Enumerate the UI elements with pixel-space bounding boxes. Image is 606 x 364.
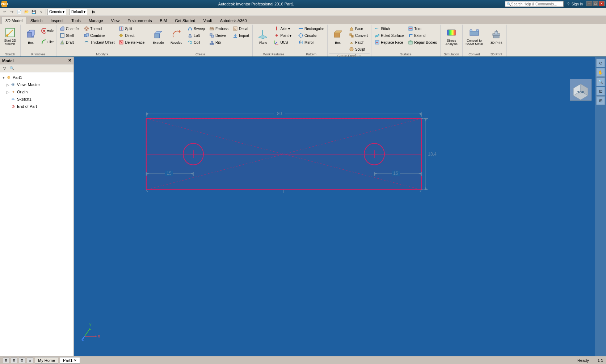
combine-btn[interactable]: Combine xyxy=(82,32,116,39)
replace-face-btn[interactable]: Replace Face xyxy=(373,39,405,46)
restore-button[interactable]: □ xyxy=(593,1,598,6)
orbit-btn[interactable]: ⊙ xyxy=(596,59,605,67)
tab-part1[interactable]: Part1 ✕ xyxy=(60,357,80,364)
generic-dropdown[interactable]: Generic ▾ xyxy=(47,9,66,15)
search-input[interactable] xyxy=(511,2,562,6)
extend-icon xyxy=(408,33,413,38)
canvas-area[interactable]: 80 18.4 15 15 xyxy=(74,57,606,356)
qat-save-btn[interactable]: 💾 xyxy=(30,9,37,15)
plane-btn[interactable]: Plane xyxy=(254,25,272,48)
face-btn[interactable]: Face xyxy=(347,25,370,32)
repair-bodies-btn[interactable]: Repair Bodies xyxy=(406,39,439,46)
tab-a360[interactable]: Autodesk A360 xyxy=(216,17,251,24)
default-dropdown[interactable]: Default ▾ xyxy=(70,9,87,15)
split-btn[interactable]: Split xyxy=(117,25,146,32)
model-panel-close[interactable]: ✕ xyxy=(68,58,71,63)
close-button[interactable]: ✕ xyxy=(599,1,605,6)
svg-point-61 xyxy=(350,47,353,51)
extend-btn[interactable]: Extend xyxy=(406,32,439,39)
stress-analysis-btn[interactable]: Stress Analysis xyxy=(442,25,461,48)
mirror-btn[interactable]: Mirror xyxy=(296,39,326,46)
extrude-btn[interactable]: Extrude xyxy=(150,25,167,48)
tab-my-home[interactable]: My Home xyxy=(35,357,58,364)
derive-btn[interactable]: Derive xyxy=(207,32,230,39)
revolve-btn[interactable]: Revolve xyxy=(168,25,185,48)
freeform-convert-btn[interactable]: Convert xyxy=(347,32,370,39)
tree-item-sketch1[interactable]: ✏ Sketch1 xyxy=(0,96,73,103)
axis-btn[interactable]: Axis ▾ xyxy=(272,25,293,32)
ucs-btn[interactable]: UCS xyxy=(272,39,293,46)
sign-in-btn[interactable]: Sign In xyxy=(572,2,583,6)
tab-sketch[interactable]: Sketch xyxy=(26,17,47,24)
hole-btn[interactable]: Hole xyxy=(40,25,55,36)
chamfer-btn[interactable]: Chamfer xyxy=(58,25,81,32)
zoom-all-btn[interactable]: ⊞ xyxy=(596,96,605,105)
patch-btn[interactable]: Patch xyxy=(347,39,370,46)
zoom-window-btn[interactable]: ⊡ xyxy=(596,87,605,96)
thicken-btn[interactable]: Thicken/ Offset xyxy=(82,39,116,46)
formula-btn[interactable]: f× xyxy=(91,9,97,15)
import-btn[interactable]: Import xyxy=(231,32,251,39)
point-btn[interactable]: Point ▾ xyxy=(272,32,293,39)
delete-face-btn[interactable]: Delete Face xyxy=(117,39,146,46)
tab-bim[interactable]: BIM xyxy=(156,17,171,24)
tab-environments[interactable]: Environments xyxy=(123,17,156,24)
stitch-btn[interactable]: Stitch xyxy=(373,25,405,32)
qat-new-btn[interactable]: 📄 xyxy=(16,9,22,15)
search-bar[interactable]: 🔍 xyxy=(505,1,564,7)
decal-btn[interactable]: D Decal xyxy=(231,25,251,32)
pan-btn[interactable]: ✋ xyxy=(596,68,605,77)
tab-vault[interactable]: Vault xyxy=(199,17,216,24)
ruled-surface-btn[interactable]: Ruled Surface xyxy=(373,32,405,39)
svg-rect-32 xyxy=(211,41,212,44)
freeform-box-btn[interactable]: Box xyxy=(329,25,346,48)
view-mode-btn-1[interactable]: ⊞ xyxy=(3,357,9,363)
trim-btn[interactable]: Trim xyxy=(406,25,439,32)
help-icon[interactable]: ? xyxy=(567,2,569,6)
view-mode-btn-2[interactable]: ⊟ xyxy=(11,357,17,363)
qat-back-btn[interactable]: ↩ xyxy=(1,9,8,15)
tree-item-origin[interactable]: ▷ ✦ Origin xyxy=(0,88,73,96)
tab-manage[interactable]: Manage xyxy=(85,17,107,24)
expand-panel-btn[interactable]: ▲ xyxy=(27,357,33,363)
thread-btn[interactable]: Thread xyxy=(82,25,116,32)
qat-home-btn[interactable]: ⌂ xyxy=(38,9,44,15)
sweep-btn[interactable]: Sweep xyxy=(186,25,207,32)
view-mode-btn-3[interactable]: ⊠ xyxy=(19,357,25,363)
qat-sep-1 xyxy=(46,9,46,14)
svg-marker-39 xyxy=(276,26,277,27)
box-btn[interactable]: Box xyxy=(22,25,39,48)
tab-3d-model[interactable]: 3D Model xyxy=(1,17,26,24)
loft-btn[interactable]: Loft xyxy=(186,32,207,39)
emboss-btn[interactable]: Emboss xyxy=(207,25,230,32)
tree-item-view-master[interactable]: ▷ 👁 View: Master xyxy=(0,81,73,88)
rectangular-btn[interactable]: Rectangular xyxy=(296,25,326,32)
coil-btn[interactable]: Coil xyxy=(186,39,207,46)
nav-cube[interactable]: TOP xyxy=(570,79,592,101)
draft-btn[interactable]: Draft xyxy=(58,39,81,46)
search-tree-btn[interactable]: 🔍 xyxy=(9,65,15,72)
tree-item-end-of-part[interactable]: ⊘ End of Part xyxy=(0,103,73,110)
minimize-button[interactable]: ─ xyxy=(586,1,592,6)
convert-sheet-metal-btn[interactable]: Convert to Sheet Metal xyxy=(464,25,484,48)
qat-open-btn[interactable]: 📂 xyxy=(23,9,30,15)
3d-print-btn[interactable]: 3D Print xyxy=(488,25,505,48)
start-2d-sketch-btn[interactable]: Start 2D Sketch xyxy=(1,25,19,48)
zoom-btn[interactable]: 🔍 xyxy=(596,77,605,86)
main-area: Model ✕ ▽ 🔍 ▼ ⚙ Part1 ▷ 👁 View: Master ▷ xyxy=(0,57,606,356)
tree-item-part1[interactable]: ▼ ⚙ Part1 xyxy=(0,74,73,81)
tab-get-started[interactable]: Get Started xyxy=(171,17,199,24)
tab-close-icon[interactable]: ✕ xyxy=(74,359,77,362)
tab-view[interactable]: View xyxy=(107,17,124,24)
tab-inspect[interactable]: Inspect xyxy=(47,17,67,24)
filter-btn[interactable]: ▽ xyxy=(1,65,8,72)
direct-btn[interactable]: Direct xyxy=(117,32,146,39)
circular-btn[interactable]: Circular xyxy=(296,32,326,39)
sculpt-btn[interactable]: Sculpt xyxy=(347,46,370,52)
qat-forward-btn[interactable]: ↪ xyxy=(9,9,15,15)
fillet-btn[interactable]: Fillet xyxy=(40,37,55,47)
shell-btn[interactable]: Shell xyxy=(58,32,81,39)
tab-tools[interactable]: Tools xyxy=(67,17,85,24)
box-icon xyxy=(25,29,37,40)
rib-btn[interactable]: Rib xyxy=(207,39,230,46)
